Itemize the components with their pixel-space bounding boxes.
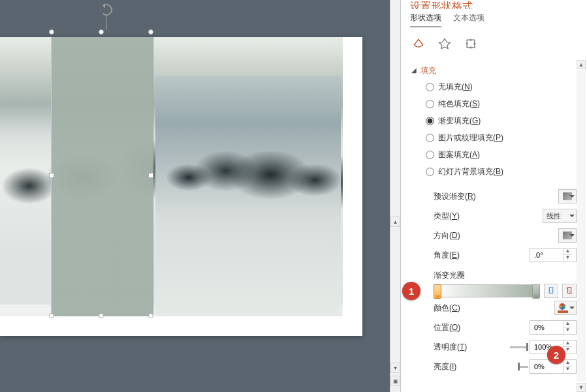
fill-pattern[interactable]: 图案填充(A) <box>426 149 577 160</box>
section-fill-label: 填充 <box>420 65 436 76</box>
position-spinner[interactable]: ▲▼ <box>530 320 577 335</box>
label-angle: 角度(E) <box>434 250 460 261</box>
panel-scroll-down-icon[interactable]: ▼ <box>577 383 586 392</box>
fill-picture[interactable]: 图片或纹理填充(P) <box>426 132 577 143</box>
panel-scroll-track[interactable] <box>577 70 586 382</box>
panel-title: 设置形状格式 <box>401 0 587 9</box>
callout-badge-2: 2 <box>547 346 565 364</box>
label-preset: 预设渐变(R) <box>434 191 476 202</box>
format-shape-panel: 设置形状格式 形状选项 文本选项 ◢ 填充 无填充(N) 纯色填充 <box>400 0 587 392</box>
callout-badge-1: 1 <box>402 282 420 300</box>
svg-marker-0 <box>439 39 451 49</box>
panel-tabs: 形状选项 文本选项 <box>401 9 587 34</box>
resize-handle-e[interactable] <box>148 173 153 178</box>
scroll-down-icon[interactable]: ▼ <box>390 363 400 373</box>
brightness-input[interactable] <box>530 363 563 370</box>
scroll-up-icon[interactable]: ▲ <box>390 217 400 227</box>
resize-handle-se[interactable] <box>148 313 153 318</box>
gradient-stop-2[interactable] <box>532 284 540 299</box>
slide[interactable] <box>0 37 362 336</box>
canvas-scrollbar[interactable]: ▲ ▼ ▣ <box>390 0 400 392</box>
panel-scroll-area: ◢ 填充 无填充(N) 纯色填充(S) 渐变填充(G) 图片或纹理填充(P) 图… <box>401 60 587 392</box>
resize-handle-nw[interactable] <box>49 29 54 35</box>
type-dropdown[interactable]: 线性 <box>543 209 577 223</box>
color-dropdown[interactable] <box>554 301 577 315</box>
resize-handle-w[interactable] <box>49 173 54 178</box>
brightness-down-icon[interactable]: ▼ <box>563 367 572 373</box>
label-brightness: 亮度(I) <box>434 361 456 372</box>
add-stop-button[interactable] <box>544 284 558 298</box>
label-direction: 方向(D) <box>434 230 460 241</box>
panel-icon-row <box>401 34 587 59</box>
tab-shape-options[interactable]: 形状选项 <box>410 12 441 27</box>
row-direction: 方向(D) <box>411 226 577 245</box>
slide-canvas[interactable]: ▲ ▼ ▣ <box>0 0 400 392</box>
resize-handle-sw[interactable] <box>49 313 54 318</box>
angle-spinner[interactable]: ▲▼ <box>530 248 577 262</box>
row-type: 类型(Y) 线性 <box>411 206 577 226</box>
size-properties-icon[interactable] <box>464 37 478 51</box>
scroll-split-icon[interactable]: ▣ <box>390 376 400 386</box>
label-position: 位置(O) <box>434 322 460 333</box>
fill-gradient[interactable]: 渐变填充(G) <box>426 115 577 127</box>
position-down-icon[interactable]: ▼ <box>563 327 572 334</box>
resize-handle-ne[interactable] <box>148 29 153 35</box>
collapse-icon: ◢ <box>411 67 417 74</box>
effects-icon[interactable] <box>437 37 452 51</box>
label-type: 类型(Y) <box>434 211 460 222</box>
row-position: 位置(O) ▲▼ <box>411 318 577 337</box>
label-color: 颜色(C) <box>434 303 460 314</box>
svg-rect-2 <box>549 288 552 294</box>
row-angle: 角度(E) ▲▼ <box>411 245 577 265</box>
angle-down-icon[interactable]: ▼ <box>563 255 572 262</box>
gradient-stops-track[interactable] <box>434 284 540 297</box>
preset-dropdown[interactable] <box>558 189 577 204</box>
rotate-handle-icon[interactable] <box>101 4 112 16</box>
direction-dropdown[interactable] <box>558 228 577 243</box>
fill-none[interactable]: 无填充(N) <box>426 82 577 93</box>
row-preset: 预设渐变(R) <box>411 187 577 206</box>
angle-input[interactable] <box>530 251 563 259</box>
selected-shape[interactable] <box>51 37 153 316</box>
fill-slidebg[interactable]: 幻灯片背景填充(B) <box>426 166 577 177</box>
panel-scroll-up-icon[interactable]: ▲ <box>577 60 586 69</box>
fill-radio-group: 无填充(N) 纯色填充(S) 渐变填充(G) 图片或纹理填充(P) 图案填充(A… <box>411 82 577 177</box>
position-input[interactable] <box>530 324 563 331</box>
section-fill[interactable]: ◢ 填充 <box>411 63 577 82</box>
rotate-stem <box>106 16 106 29</box>
label-stops: 渐变光圈 <box>411 265 577 284</box>
resize-handle-s[interactable] <box>99 313 104 318</box>
label-transparency: 透明度(T) <box>434 342 467 353</box>
fill-line-icon[interactable] <box>411 37 426 51</box>
placed-picture[interactable] <box>155 76 341 316</box>
gradient-stop-1[interactable] <box>434 284 441 299</box>
remove-stop-button[interactable] <box>562 284 577 298</box>
panel-scrollbar[interactable]: ▲ ▼ <box>577 60 586 392</box>
resize-handle-n[interactable] <box>99 29 104 35</box>
fill-solid[interactable]: 纯色填充(S) <box>426 98 577 110</box>
svg-rect-1 <box>467 40 475 48</box>
tab-text-options[interactable]: 文本选项 <box>453 12 484 27</box>
brightness-slider[interactable] <box>510 365 528 369</box>
row-stops <box>411 284 577 298</box>
transparency-slider[interactable] <box>510 345 528 349</box>
